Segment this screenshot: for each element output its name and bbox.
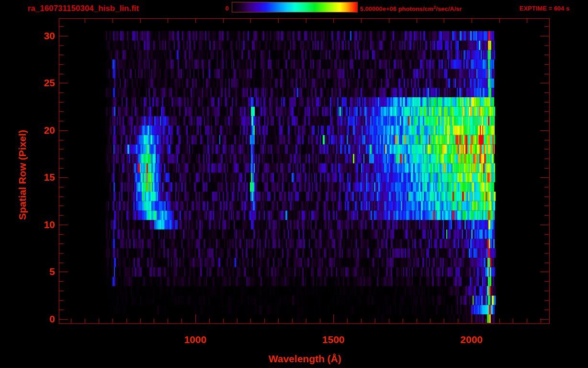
exptime-label: EXPTIME = 604 s <box>520 5 569 12</box>
y-tick-label: 0 <box>25 313 55 325</box>
y-tick-label: 20 <box>25 125 55 136</box>
y-tick-label: 5 <box>25 266 55 277</box>
y-tick-label: 10 <box>25 219 55 230</box>
colorbar-max-units: /sec/A/sr <box>436 5 462 12</box>
colorbar <box>232 2 358 12</box>
x-axis-title: Wavelength (Å) <box>269 353 341 365</box>
colorbar-min-label: 0 <box>219 5 229 12</box>
file-title: ra_160731150304_hisb_lin.fit <box>28 4 139 13</box>
idl-display-window: ra_160731150304_hisb_lin.fit 0 5.00000e+… <box>0 0 588 368</box>
spectrum-heatmap-canvas <box>0 0 588 368</box>
y-tick-label: 30 <box>25 30 55 42</box>
colorbar-max-label: 5.00000e+06 photons/cm2/sec/A/sr <box>360 5 462 12</box>
x-tick-label: 1500 <box>322 334 345 345</box>
x-tick-label: 2000 <box>461 334 483 345</box>
y-tick-label: 25 <box>25 77 55 89</box>
colorbar-max-value: 5.00000e+06 photons/cm <box>360 5 434 12</box>
x-tick-label: 1000 <box>184 334 207 345</box>
y-tick-label: 15 <box>25 172 55 183</box>
